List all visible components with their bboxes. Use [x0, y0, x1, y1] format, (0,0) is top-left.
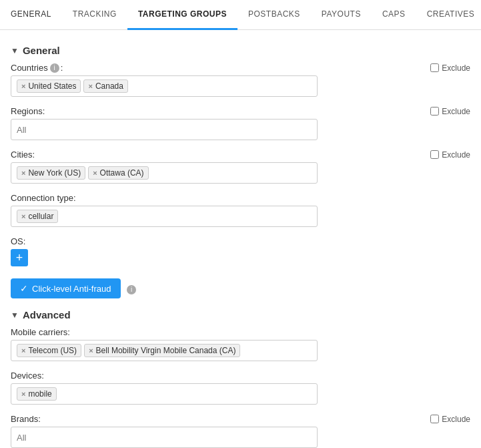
devices-field: Devices: ×mobile: [11, 371, 470, 405]
countries-exclude-label: Exclude: [442, 63, 470, 73]
tag: ×United States: [17, 79, 81, 93]
regions-label: Regions:: [11, 106, 45, 116]
countries-label: Countries: [11, 63, 48, 73]
brands-input[interactable]: All: [11, 427, 318, 448]
countries-exclude-checkbox[interactable]: [430, 63, 439, 72]
tag-remove-icon[interactable]: ×: [21, 390, 25, 398]
anti-fraud-field: ✓ Click-level Anti-fraud i: [11, 276, 470, 298]
tag: ×New York (US): [17, 166, 85, 180]
countries-input[interactable]: ×United States×Canada: [11, 75, 318, 97]
regions-exclude-checkbox[interactable]: [430, 107, 439, 116]
regions-input[interactable]: All: [11, 119, 318, 140]
tag-remove-icon[interactable]: ×: [21, 82, 25, 90]
cities-input[interactable]: ×New York (US)×Ottawa (CA): [11, 162, 318, 184]
brands-value: All: [17, 433, 26, 443]
tag-remove-icon[interactable]: ×: [21, 169, 25, 177]
connection-type-input[interactable]: ×cellular: [11, 206, 318, 227]
anti-fraud-label: Click-level Anti-fraud: [32, 284, 111, 294]
nav-item-caps[interactable]: CAPS: [372, 0, 416, 30]
nav-item-tracking[interactable]: TRACKING: [62, 0, 127, 30]
nav-item-postbacks[interactable]: POSTBACKS: [237, 0, 311, 30]
regions-field: Regions: Exclude All: [11, 106, 470, 140]
connection-type-field: Connection type: ×cellular: [11, 193, 470, 227]
mobile-carriers-input[interactable]: ×Telecom (US)×Bell Mobility Virgin Mobil…: [11, 340, 318, 361]
tag: ×Canada: [83, 79, 127, 93]
general-section-header[interactable]: ▼ General: [11, 45, 470, 56]
brands-label: Brands:: [11, 414, 41, 424]
cities-exclude-checkbox[interactable]: [430, 150, 439, 159]
regions-value: All: [17, 125, 26, 135]
brands-field: Brands: Exclude All: [11, 414, 470, 448]
regions-exclude-label: Exclude: [442, 107, 470, 116]
mobile-carriers-field: Mobile carriers: ×Telecom (US)×Bell Mobi…: [11, 327, 470, 361]
general-section-title: General: [23, 45, 60, 56]
nav-item-creatives[interactable]: CREATIVES: [416, 0, 481, 30]
general-arrow-icon: ▼: [11, 46, 19, 55]
advanced-section-title: Advanced: [23, 309, 71, 320]
anti-fraud-info-icon[interactable]: i: [127, 285, 136, 294]
devices-input[interactable]: ×mobile: [11, 383, 318, 405]
os-field: OS: +: [11, 236, 470, 266]
tag: ×mobile: [17, 387, 57, 401]
cities-label: Cities:: [11, 150, 35, 160]
countries-field: Countries i : Exclude ×United States×Can…: [11, 63, 470, 97]
tag-remove-icon[interactable]: ×: [88, 82, 92, 90]
anti-fraud-button[interactable]: ✓ Click-level Anti-fraud: [11, 278, 121, 298]
advanced-arrow-icon: ▼: [11, 310, 19, 320]
tag-remove-icon[interactable]: ×: [89, 347, 93, 355]
devices-label: Devices:: [11, 371, 44, 381]
tag: ×Bell Mobility Virgin Mobile Canada (CA): [84, 344, 240, 357]
advanced-section-header[interactable]: ▼ Advanced: [11, 309, 470, 320]
tag-remove-icon[interactable]: ×: [21, 347, 25, 355]
nav-item-targeting-groups[interactable]: TARGETING GROUPS: [127, 0, 237, 30]
tag-remove-icon[interactable]: ×: [93, 169, 97, 177]
tag: ×cellular: [17, 210, 58, 223]
cities-exclude-label: Exclude: [442, 150, 470, 160]
cities-field: Cities: Exclude ×New York (US)×Ottawa (C…: [11, 150, 470, 184]
nav-item-general[interactable]: GENERAL: [0, 0, 62, 30]
mobile-carriers-label: Mobile carriers:: [11, 327, 70, 337]
main-content: ▼ General Countries i : Exclude ×United …: [0, 30, 481, 448]
os-label: OS:: [11, 236, 25, 246]
brands-exclude-checkbox[interactable]: [430, 415, 439, 423]
tag: ×Ottawa (CA): [88, 166, 148, 180]
os-add-button[interactable]: +: [11, 249, 28, 266]
connection-type-label: Connection type:: [11, 193, 76, 203]
brands-exclude-label: Exclude: [442, 415, 470, 424]
tag: ×Telecom (US): [17, 344, 81, 357]
nav-item-payouts[interactable]: PAYOUTS: [311, 0, 372, 30]
anti-fraud-check-icon: ✓: [20, 283, 28, 294]
top-nav: GENERALTRACKINGTARGETING GROUPSPOSTBACKS…: [0, 0, 481, 30]
tag-remove-icon[interactable]: ×: [21, 212, 25, 220]
countries-info-icon[interactable]: i: [50, 63, 59, 73]
